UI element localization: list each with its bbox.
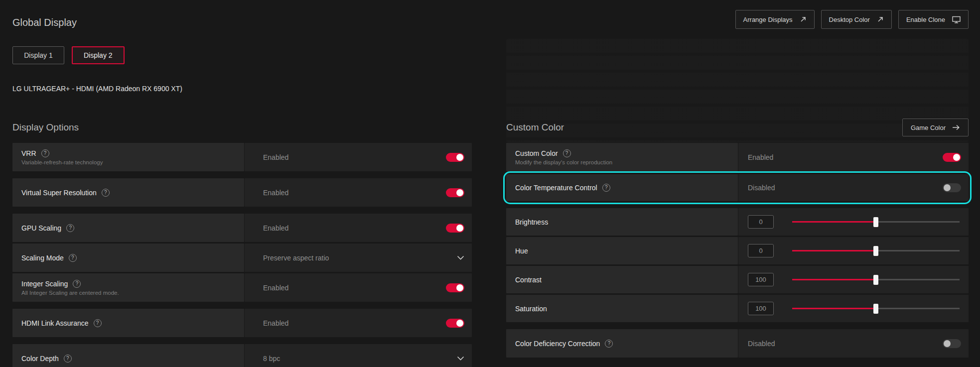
slider[interactable] <box>792 304 960 314</box>
toggle[interactable] <box>446 153 464 162</box>
slider[interactable] <box>792 275 960 285</box>
arrow-right-icon <box>952 124 960 130</box>
enable-clone-label: Enable Clone <box>906 16 945 23</box>
setting-label-area: Virtual Super Resolution? <box>12 178 244 207</box>
toggle[interactable] <box>446 224 464 233</box>
setting-row-contrast: Contrast100 <box>506 266 969 293</box>
setting-value-area: 100 <box>738 295 969 322</box>
setting-label-area: Color Temperature Control? <box>506 174 738 201</box>
slider[interactable] <box>792 246 960 256</box>
setting-value-area: Disabled <box>738 174 969 201</box>
setting-label: HDMI Link Assurance <box>21 319 89 327</box>
setting-label-area: Color Deficiency Correction? <box>506 329 738 358</box>
setting-label: VRR <box>21 149 36 157</box>
setting-value-area: Enabled <box>245 214 472 242</box>
help-icon[interactable]: ? <box>102 189 110 197</box>
setting-subtitle: Modify the display's color reproduction <box>515 159 729 165</box>
slider[interactable] <box>792 217 960 227</box>
setting-value: Enabled <box>263 284 446 292</box>
setting-label-area: Brightness <box>506 208 738 236</box>
setting-row-scaling-mode: Scaling Mode?Preserve aspect ratio <box>12 244 472 272</box>
chevron-down-icon[interactable] <box>457 255 464 260</box>
help-icon[interactable]: ? <box>563 149 571 157</box>
setting-value-area: Preserve aspect ratio <box>245 244 472 272</box>
toggle[interactable] <box>943 183 961 192</box>
custom-color-rows: Custom Color?Modify the display's color … <box>506 143 969 358</box>
chevron-down-icon[interactable] <box>457 356 464 361</box>
toggle[interactable] <box>446 319 464 328</box>
setting-label: Color Temperature Control <box>515 184 597 192</box>
section-title-custom-color: Custom Color <box>506 122 564 133</box>
arrange-displays-button[interactable]: Arrange Displays <box>735 10 815 29</box>
toggle[interactable] <box>943 339 961 348</box>
value-input[interactable]: 0 <box>748 215 774 229</box>
setting-label: Scaling Mode <box>21 254 64 262</box>
setting-value-area: 100 <box>738 266 969 293</box>
setting-value-area: Disabled <box>738 329 969 358</box>
setting-row-hdmi-link-assurance: HDMI Link Assurance?Enabled <box>12 309 472 337</box>
help-icon[interactable]: ? <box>94 319 102 327</box>
monitor-icon <box>952 16 961 23</box>
custom-color-header: Custom Color Game Color <box>506 112 969 143</box>
setting-value-area: 8 bpc <box>245 344 472 367</box>
setting-label-area: Hue <box>506 237 738 264</box>
setting-value: Preserve aspect ratio <box>263 254 457 262</box>
slider-handle[interactable] <box>873 275 878 285</box>
setting-label-area: Integer Scaling?All Integer Scaling are … <box>12 273 244 302</box>
setting-subtitle: All Integer Scaling are centered mode. <box>21 290 235 296</box>
setting-label-area: Custom Color?Modify the display's color … <box>506 143 738 171</box>
help-icon[interactable]: ? <box>602 184 610 192</box>
display-tabs: Display 1 Display 2 <box>12 46 125 64</box>
setting-row-integer-scaling: Integer Scaling?All Integer Scaling are … <box>12 273 472 302</box>
custom-color-section: Custom Color Game Color Custom Color?Mod… <box>506 112 969 358</box>
display-options-rows: VRR?Variable-refresh-rate technologyEnab… <box>12 143 472 367</box>
setting-label-area: Scaling Mode? <box>12 244 244 272</box>
slider-handle[interactable] <box>873 304 878 314</box>
setting-label-area: Contrast <box>506 266 738 293</box>
external-arrow-icon <box>877 16 884 23</box>
slider-handle[interactable] <box>873 217 878 227</box>
page-title: Global Display <box>12 17 77 28</box>
setting-label: Color Deficiency Correction <box>515 340 600 348</box>
setting-value-area: 0 <box>738 208 969 236</box>
setting-value-area: Enabled <box>738 143 969 171</box>
setting-label-area: Saturation <box>506 295 738 322</box>
setting-row-gpu-scaling: GPU Scaling?Enabled <box>12 214 472 242</box>
help-icon[interactable]: ? <box>66 224 74 232</box>
desktop-color-label: Desktop Color <box>829 16 870 23</box>
arrange-displays-label: Arrange Displays <box>743 16 793 23</box>
setting-value: Enabled <box>748 153 943 161</box>
toggle[interactable] <box>446 188 464 197</box>
setting-value: Enabled <box>263 189 446 197</box>
help-icon[interactable]: ? <box>41 149 49 157</box>
enable-clone-button[interactable]: Enable Clone <box>898 10 969 29</box>
setting-row-custom-color: Custom Color?Modify the display's color … <box>506 143 969 171</box>
slider-handle[interactable] <box>873 246 878 256</box>
game-color-button[interactable]: Game Color <box>902 119 969 136</box>
setting-row-saturation: Saturation100 <box>506 295 969 322</box>
external-arrow-icon <box>800 16 807 23</box>
setting-label: Hue <box>515 247 528 255</box>
setting-label-area: GPU Scaling? <box>12 214 244 242</box>
setting-row-hue: Hue0 <box>506 237 969 264</box>
toggle[interactable] <box>943 153 961 162</box>
value-input[interactable]: 100 <box>748 273 774 286</box>
tab-display-1[interactable]: Display 1 <box>12 46 64 64</box>
help-icon[interactable]: ? <box>605 340 613 348</box>
value-input[interactable]: 100 <box>748 302 774 315</box>
setting-label-area: HDMI Link Assurance? <box>12 309 244 337</box>
display-options-header: Display Options <box>12 112 472 143</box>
help-icon[interactable]: ? <box>69 254 77 262</box>
help-icon[interactable]: ? <box>64 355 72 363</box>
tab-display-2[interactable]: Display 2 <box>72 46 125 64</box>
desktop-color-button[interactable]: Desktop Color <box>821 10 892 29</box>
help-icon[interactable]: ? <box>73 280 81 288</box>
setting-value-area: 0 <box>738 237 969 264</box>
setting-row-brightness: Brightness0 <box>506 208 969 236</box>
setting-label: Contrast <box>515 276 542 284</box>
setting-value: Enabled <box>263 319 446 327</box>
value-input[interactable]: 0 <box>748 244 774 257</box>
toggle[interactable] <box>446 283 464 292</box>
game-color-label: Game Color <box>911 124 946 131</box>
section-title-display-options: Display Options <box>12 122 79 133</box>
